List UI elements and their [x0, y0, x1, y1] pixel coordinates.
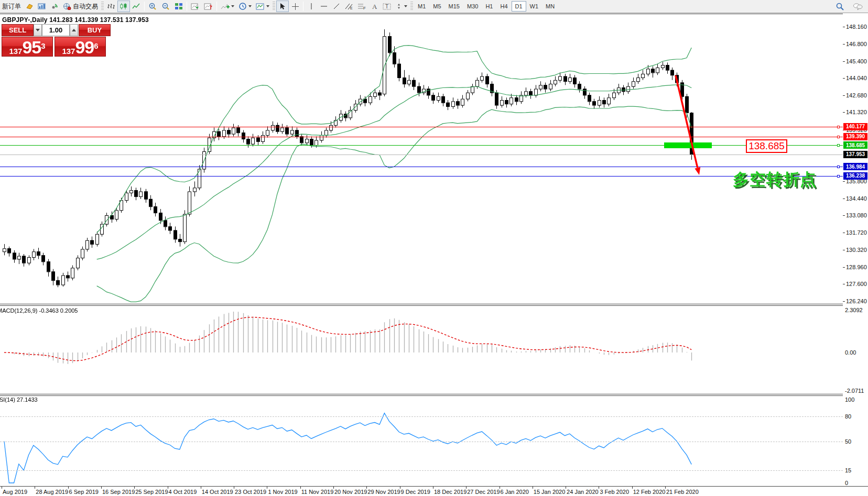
price-tick-label: 131.720 [846, 229, 867, 236]
time-tick [101, 487, 102, 489]
price-tag: 137.953 [843, 151, 867, 158]
rsi-scale-label: 0 [845, 480, 848, 486]
time-tick [201, 487, 201, 489]
rsi-level-line [0, 470, 843, 471]
chart-canvas[interactable] [0, 0, 868, 496]
macd-scale-label: 2.3092 [845, 307, 863, 313]
price-tick [843, 250, 845, 250]
macd-scale-label: -2.0711 [845, 388, 864, 394]
symbol-ohlc-header: GBPJPY-,Daily 141.283 141.339 137.531 13… [2, 16, 149, 24]
line-endpoint-handle[interactable] [837, 126, 840, 128]
line-endpoint-handle[interactable] [837, 166, 840, 168]
rsi-scale-label: 100 [845, 396, 854, 403]
time-tick-label: 12 Feb 2020 [633, 489, 666, 495]
support-highlight-bar[interactable] [664, 142, 712, 148]
price-tick-label: 127.600 [846, 281, 867, 287]
turning-point-text[interactable]: 多空转折点 [733, 169, 817, 191]
time-tick [300, 487, 301, 489]
time-tick-label: 24 Jan 2020 [567, 489, 599, 495]
price-tick [843, 233, 845, 233]
price-tick-label: 146.800 [846, 41, 867, 47]
time-tick [500, 487, 500, 489]
price-tick [843, 284, 845, 284]
time-tick [168, 487, 168, 489]
macd-indicator-label: MACD(12,26,9) -0.3463 0.2005 [0, 307, 78, 314]
buy-price-pips: 99 [75, 39, 94, 56]
level-callout-label[interactable]: 138.685 [746, 139, 787, 153]
price-tag: 136.238 [843, 172, 867, 180]
rsi-separator[interactable] [0, 395, 868, 396]
time-tick [599, 487, 599, 489]
line-endpoint-handle[interactable] [837, 136, 840, 138]
time-tick [566, 487, 566, 489]
price-tick-label: 145.400 [846, 58, 867, 64]
volume-down-button[interactable] [34, 24, 42, 36]
time-tick-label: 15 Jan 2020 [534, 489, 566, 495]
time-tick-label: 28 Aug 2019 [36, 489, 68, 495]
horizontal-level-line[interactable] [0, 127, 843, 127]
sell-button[interactable]: SELL [2, 24, 34, 36]
price-tag: 138.685 [843, 141, 867, 149]
volume-up-button[interactable] [70, 24, 78, 36]
price-tag: 136.984 [843, 163, 867, 170]
horizontal-level-line[interactable] [0, 145, 843, 146]
rsi-separator[interactable] [0, 394, 868, 394]
price-tick [843, 112, 845, 113]
time-tick [35, 487, 35, 489]
horizontal-level-line[interactable] [0, 176, 843, 177]
sell-price-figure: 137 [9, 47, 22, 56]
time-tick [665, 487, 666, 489]
time-tick [632, 487, 633, 489]
sell-price-button[interactable]: 137953 [2, 37, 53, 57]
one-click-trading-panel: SELL 1.00 BUY 137953 137996 [2, 24, 111, 57]
time-tick-label: 9 Dec 2019 [401, 489, 430, 495]
horizontal-level-line[interactable] [0, 137, 843, 137]
time-tick [466, 487, 466, 489]
time-tick [366, 487, 367, 489]
time-tick-label: 1 Nov 2019 [268, 489, 297, 495]
rsi-scale-label: 50 [845, 438, 851, 445]
time-tick-label: Aug 2019 [3, 489, 27, 495]
time-tick-label: 6 Sep 2019 [69, 489, 99, 495]
sell-price-pips: 95 [22, 39, 41, 56]
horizontal-level-line[interactable] [0, 155, 843, 155]
time-tick-label: 23 Oct 2019 [235, 489, 266, 495]
down-arrow-icon [36, 29, 40, 31]
time-axis[interactable]: Aug 201928 Aug 20196 Sep 201916 Sep 2019… [0, 487, 868, 496]
buy-price-button[interactable]: 137996 [55, 37, 106, 57]
chart-top-border [0, 14, 868, 14]
price-tick [843, 215, 845, 216]
price-tick-label: 128.960 [846, 264, 867, 270]
price-tick [843, 267, 845, 268]
line-endpoint-handle[interactable] [837, 175, 840, 178]
buy-button[interactable]: BUY [79, 24, 111, 36]
sell-price-point: 3 [41, 38, 45, 54]
time-tick-label: 16 Sep 2019 [102, 489, 135, 495]
time-tick [2, 487, 2, 489]
horizontal-level-line[interactable] [0, 167, 843, 167]
macd-separator[interactable] [0, 305, 868, 306]
price-tick [843, 61, 845, 62]
up-arrow-icon [72, 29, 76, 31]
buy-price-point: 6 [94, 38, 98, 54]
time-tick-label: 25 Sep 2019 [135, 489, 168, 495]
time-tick-label: 4 Oct 2019 [169, 489, 197, 495]
price-tick-label: 126.240 [846, 298, 867, 304]
time-tick [333, 487, 334, 489]
price-tick [843, 95, 845, 96]
mt4-window: 新订单 自动交易 [0, 0, 868, 496]
rsi-indicator-label: RSI(14) 27.1433 [0, 396, 38, 403]
volume-input[interactable]: 1.00 [42, 24, 70, 36]
price-tag: 139.390 [843, 133, 867, 140]
line-endpoint-handle[interactable] [837, 144, 840, 147]
time-tick [400, 487, 400, 489]
macd-separator[interactable] [0, 304, 868, 304]
time-tick [267, 487, 267, 489]
price-tick-label: 133.080 [846, 212, 867, 218]
rsi-level-line [0, 442, 843, 442]
time-tick [533, 487, 533, 489]
time-tick-label: 20 Nov 2019 [334, 489, 367, 495]
time-tick [134, 487, 135, 489]
time-tick-label: 3 Feb 2020 [600, 489, 629, 495]
time-tick-label: 14 Oct 2019 [202, 489, 233, 495]
